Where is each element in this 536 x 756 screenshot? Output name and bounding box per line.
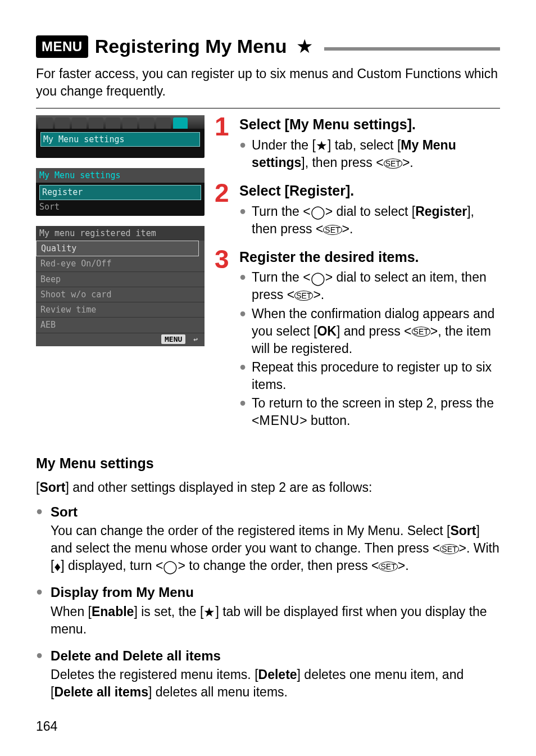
bullet-icon: ●: [36, 583, 43, 637]
tab-mymenu-icon: [173, 117, 188, 129]
camera-screen-3: My menu registered item Quality Red-eye …: [36, 226, 205, 346]
tab-icon: [38, 117, 53, 129]
set-button-icon: SET: [323, 225, 342, 235]
tab-icon: [122, 117, 137, 129]
camera-screen-1: My Menu settings: [36, 115, 205, 158]
list-item: AEB: [36, 318, 205, 333]
step-text: Repeat this procedure to register up to …: [252, 359, 500, 393]
tab-icon: [139, 117, 154, 129]
list-item: Shoot w/o card: [36, 287, 205, 302]
step-number: 1: [215, 115, 234, 173]
step-heading: Register the desired items.: [239, 248, 500, 267]
step-text: Under the [★] tab, select [My Menu setti…: [252, 137, 500, 171]
step-3: 3 Register the desired items. ● Turn the…: [215, 248, 500, 431]
page-title-row: MENU Registering My Menu ★: [36, 34, 500, 60]
divider: [36, 108, 500, 108]
page-number: 164: [36, 718, 500, 735]
quick-dial-icon: ◯: [163, 560, 178, 573]
list-item: Red-eye On/Off: [36, 256, 205, 271]
menu-return-hint: MENU ↩: [36, 333, 205, 347]
setting-delete: ● Delete and Delete all items Deletes th…: [36, 647, 500, 701]
set-button-icon: SET: [412, 327, 430, 337]
step-text: Turn the <◯> dial to select [Register], …: [252, 203, 500, 238]
list-item: Beep: [36, 272, 205, 287]
bullet-icon: ●: [36, 503, 43, 575]
step-number: 3: [215, 248, 234, 431]
step-heading: Select [My Menu settings].: [239, 115, 500, 134]
list-item: Review time: [36, 302, 205, 318]
page-title: Registering My Menu: [95, 34, 287, 60]
bullet-icon: ●: [239, 137, 246, 171]
tab-icon: [156, 117, 171, 129]
step-heading: Select [Register].: [239, 182, 500, 201]
mymenu-tab-icon: ★: [203, 606, 215, 619]
bullet-icon: ●: [239, 203, 246, 238]
setting-title: Display from My Menu: [51, 583, 500, 601]
tab-icon: [55, 117, 70, 129]
bullet-icon: ●: [239, 395, 246, 429]
step-number: 2: [215, 182, 234, 239]
setting-title: Sort: [51, 503, 500, 521]
step-text: Turn the <◯> dial to select an item, the…: [252, 269, 500, 304]
tab-icon: [72, 117, 87, 129]
screen-header: My Menu settings: [36, 168, 205, 183]
menu-item-register: Register: [39, 185, 201, 200]
set-button-icon: SET: [384, 159, 402, 169]
set-button-icon: SET: [440, 544, 458, 554]
list-item: Quality: [36, 241, 199, 256]
intro-text: For faster access, you can register up t…: [36, 65, 500, 100]
star-icon: ★: [296, 34, 313, 60]
camera-screen-2: My Menu settings Register Sort: [36, 168, 205, 216]
screen-header: My menu registered item: [36, 226, 205, 241]
setting-title: Delete and Delete all items: [51, 647, 500, 665]
return-arrow-icon: ↩: [190, 334, 201, 344]
quick-dial-icon: ◯: [311, 206, 325, 219]
title-rule: [324, 47, 500, 51]
setting-display: ● Display from My Menu When [Enable] is …: [36, 583, 500, 637]
step-1: 1 Select [My Menu settings]. ● Under the…: [215, 115, 500, 173]
bullet-icon: ●: [239, 269, 246, 304]
set-button-icon: SET: [294, 291, 313, 301]
tab-bar: [36, 115, 205, 129]
after-step-text: [Sort] and other settings displayed in s…: [36, 479, 500, 496]
step-2: 2 Select [Register]. ● Turn the <◯> dial…: [215, 182, 500, 239]
setting-body: When [Enable] is set, the [★] tab will b…: [51, 603, 500, 638]
bullet-icon: ●: [36, 647, 43, 701]
quick-dial-icon: ◯: [311, 272, 325, 285]
menu-item-sort: Sort: [39, 201, 201, 212]
menu-return-label: MENU: [161, 334, 185, 344]
updown-arrow-icon: ♦: [54, 560, 61, 573]
menu-badge: MENU: [36, 35, 88, 58]
menu-button-label: MENU: [260, 413, 300, 428]
set-button-icon: SET: [379, 562, 397, 572]
setting-body: Deletes the registered menu items. [Dele…: [51, 666, 500, 701]
bullet-icon: ●: [239, 359, 246, 393]
tab-icon: [89, 117, 103, 129]
step-text: When the confirmation dialog appears and…: [252, 305, 500, 357]
section-header: My Menu settings: [36, 454, 500, 473]
setting-sort: ● Sort You can change the order of the r…: [36, 503, 500, 575]
bullet-icon: ●: [239, 305, 246, 357]
step-text: To return to the screen in step 2, press…: [252, 395, 500, 429]
setting-body: You can change the order of the register…: [51, 522, 500, 574]
mymenu-tab-icon: ★: [316, 139, 328, 152]
menu-item-selected: My Menu settings: [40, 132, 200, 147]
tab-icon: [106, 117, 120, 129]
